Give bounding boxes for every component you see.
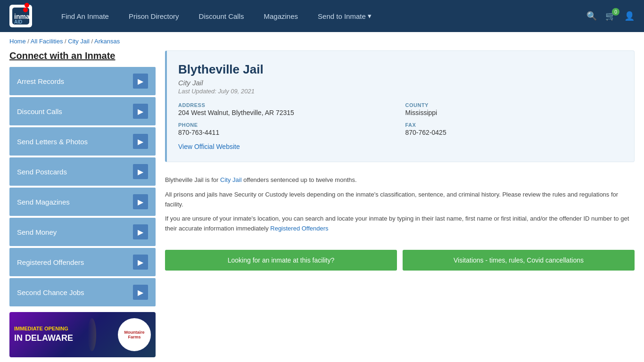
main-layout: Connect with an Inmate Arrest Records ▶ … <box>0 50 644 362</box>
address-label: ADDRESS <box>178 102 396 108</box>
sidebar-item-send-postcards[interactable]: Send Postcards ▶ <box>9 157 156 186</box>
cart-badge: 0 <box>612 8 619 16</box>
nav-send-to-inmate[interactable]: Send to Inmate <box>310 8 379 24</box>
ad-logo: Mountaire Farms <box>118 318 151 351</box>
address-value: 204 West Walnut, Blytheville, AR 72315 <box>178 109 396 116</box>
facility-type: City Jail <box>178 79 623 87</box>
nav-magazines[interactable]: Magazines <box>256 8 305 24</box>
breadcrumb-city-jail[interactable]: City Jail <box>68 38 90 45</box>
city-jail-link[interactable]: City Jail <box>220 176 242 183</box>
sidebar-arrow-postcards: ▶ <box>133 164 148 179</box>
visitations-button[interactable]: Visitations - times, rules, Covid cancel… <box>403 250 635 271</box>
sidebar: Connect with an Inmate Arrest Records ▶ … <box>9 50 156 357</box>
official-website-link[interactable]: View Official Website <box>178 143 240 150</box>
search-icon[interactable]: 🔍 <box>586 11 597 21</box>
sidebar-arrow-money: ▶ <box>133 224 148 239</box>
looking-for-inmate-button[interactable]: Looking for an inmate at this facility? <box>165 250 397 271</box>
nav-discount-calls[interactable]: Discount Calls <box>191 8 252 24</box>
sidebar-item-arrest-records[interactable]: Arrest Records ▶ <box>9 67 156 95</box>
sidebar-arrow-magazines: ▶ <box>133 194 148 209</box>
action-buttons: Looking for an inmate at this facility? … <box>165 250 635 271</box>
svg-point-3 <box>23 8 28 12</box>
sidebar-item-send-magazines[interactable]: Send Magazines ▶ <box>9 188 156 216</box>
description-area: Blytheville Jail is for City Jail offend… <box>165 171 635 243</box>
nav-prison-directory[interactable]: Prison Directory <box>121 8 187 24</box>
facility-info-grid: ADDRESS 204 West Walnut, Blytheville, AR… <box>178 102 623 136</box>
sidebar-item-second-chance[interactable]: Second Chance Jobs ▶ <box>9 278 156 306</box>
svg-text:AID: AID <box>14 19 22 25</box>
main-nav: Find An Inmate Prison Directory Discount… <box>54 8 586 24</box>
registered-offenders-link[interactable]: Registered Offenders <box>270 225 328 232</box>
phone-label: PHONE <box>178 122 396 128</box>
breadcrumb-home[interactable]: Home <box>9 38 26 45</box>
breadcrumb: Home / All Facilities / City Jail / Arka… <box>0 32 644 50</box>
fax-value: 870-762-0425 <box>405 129 623 136</box>
phone-value: 870-763-4411 <box>178 129 396 136</box>
county-value: Mississippi <box>405 109 623 116</box>
sidebar-item-registered-offenders[interactable]: Registered Offenders ▶ <box>9 248 156 276</box>
county-label: COUNTY <box>405 102 623 108</box>
sidebar-arrow-letters: ▶ <box>133 134 148 149</box>
nav-find-inmate[interactable]: Find An Inmate <box>54 8 116 24</box>
cart-icon[interactable]: 🛒 0 <box>605 11 616 21</box>
desc-para-2: All prisons and jails have Security or C… <box>165 190 635 210</box>
logo-area[interactable]: inmate AID <box>9 5 35 27</box>
main-content: Blytheville Jail City Jail Last Updated:… <box>165 50 635 271</box>
logo-icon: inmate AID <box>9 5 32 27</box>
fax-label: FAX <box>405 122 623 128</box>
ad-text: IMMEDIATE OPENING IN DELAWARE <box>9 321 78 349</box>
breadcrumb-state[interactable]: Arkansas <box>94 38 120 45</box>
address-block: ADDRESS 204 West Walnut, Blytheville, AR… <box>178 102 396 116</box>
phone-block: PHONE 870-763-4411 <box>178 122 396 136</box>
desc-para-1: Blytheville Jail is for City Jail offend… <box>165 175 635 185</box>
sidebar-arrow-arrest: ▶ <box>133 74 148 89</box>
sidebar-arrow-offenders: ▶ <box>133 255 148 270</box>
sidebar-arrow-discount: ▶ <box>133 104 148 119</box>
ad-banner[interactable]: IMMEDIATE OPENING IN DELAWARE Mountaire … <box>9 312 156 357</box>
sidebar-item-discount-calls[interactable]: Discount Calls ▶ <box>9 97 156 125</box>
nav-icons: 🔍 🛒 0 👤 <box>586 11 635 21</box>
fax-block: FAX 870-762-0425 <box>405 122 623 136</box>
sidebar-item-send-money[interactable]: Send Money ▶ <box>9 218 156 246</box>
sidebar-arrow-jobs: ▶ <box>133 285 148 300</box>
county-block: COUNTY Mississippi <box>405 102 623 116</box>
main-header: inmate AID Find An Inmate Prison Directo… <box>0 0 644 32</box>
breadcrumb-all-facilities[interactable]: All Facilities <box>31 38 63 45</box>
facility-updated: Last Updated: July 09, 2021 <box>178 88 623 95</box>
connect-title: Connect with an Inmate <box>9 50 156 61</box>
sidebar-item-send-letters[interactable]: Send Letters & Photos ▶ <box>9 127 156 156</box>
facility-card: Blytheville Jail City Jail Last Updated:… <box>165 50 635 162</box>
user-icon[interactable]: 👤 <box>624 11 635 21</box>
facility-name: Blytheville Jail <box>178 62 623 77</box>
dropdown-chevron <box>368 12 372 20</box>
desc-para-3: If you are unsure of your inmate's locat… <box>165 214 635 234</box>
